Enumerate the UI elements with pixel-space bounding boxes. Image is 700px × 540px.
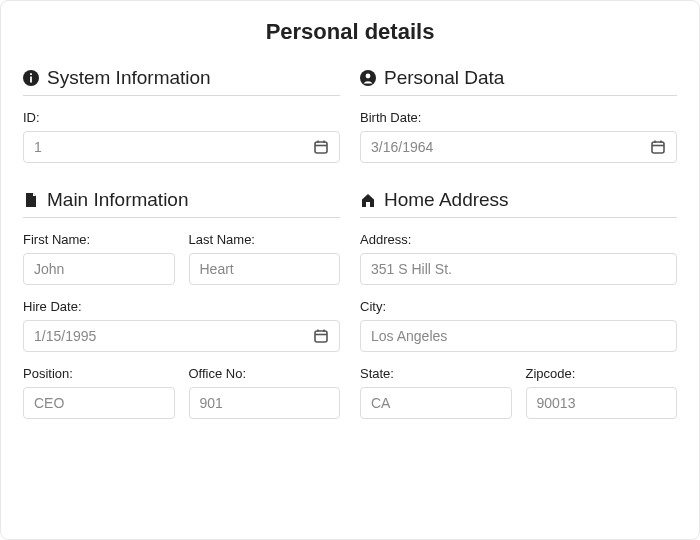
city-value: Los Angeles — [371, 328, 666, 344]
svg-rect-1 — [30, 77, 32, 83]
state-label: State: — [360, 366, 512, 381]
svg-rect-7 — [315, 331, 327, 342]
right-column: Personal Data Birth Date: 3/16/1964 — [360, 67, 677, 445]
left-column: System Information ID: 1 — [23, 67, 340, 445]
last-name-label: Last Name: — [189, 232, 341, 247]
field-state: State: CA — [360, 366, 512, 419]
address-input[interactable]: 351 S Hill St. — [360, 253, 677, 285]
group-personal-data: Personal Data Birth Date: 3/16/1964 — [360, 67, 677, 163]
file-icon — [23, 192, 39, 208]
group-title: Home Address — [384, 189, 509, 211]
zipcode-input[interactable]: 90013 — [526, 387, 678, 419]
group-header-home: Home Address — [360, 189, 677, 218]
group-header-personal: Personal Data — [360, 67, 677, 96]
group-header-system: System Information — [23, 67, 340, 96]
office-no-label: Office No: — [189, 366, 341, 381]
birth-date-input[interactable]: 3/16/1964 — [360, 131, 677, 163]
hire-date-value: 1/15/1995 — [34, 328, 305, 344]
zipcode-label: Zipcode: — [526, 366, 678, 381]
group-system-information: System Information ID: 1 — [23, 67, 340, 163]
user-icon — [360, 70, 376, 86]
last-name-input[interactable]: Heart — [189, 253, 341, 285]
first-name-input[interactable]: John — [23, 253, 175, 285]
field-city: City: Los Angeles — [360, 299, 677, 352]
info-icon — [23, 70, 39, 86]
last-name-value: Heart — [200, 261, 330, 277]
field-hire-date: Hire Date: 1/15/1995 — [23, 299, 340, 352]
field-zipcode: Zipcode: 90013 — [526, 366, 678, 419]
field-first-name: First Name: John — [23, 232, 175, 285]
birth-date-label: Birth Date: — [360, 110, 677, 125]
state-value: CA — [371, 395, 501, 411]
address-value: 351 S Hill St. — [371, 261, 666, 277]
hire-date-label: Hire Date: — [23, 299, 340, 314]
field-last-name: Last Name: Heart — [189, 232, 341, 285]
office-no-input[interactable]: 901 — [189, 387, 341, 419]
first-name-label: First Name: — [23, 232, 175, 247]
group-header-main: Main Information — [23, 189, 340, 218]
field-position: Position: CEO — [23, 366, 175, 419]
address-label: Address: — [360, 232, 677, 247]
group-main-information: Main Information First Name: John Last N… — [23, 189, 340, 419]
calendar-icon[interactable] — [313, 139, 329, 155]
first-name-value: John — [34, 261, 164, 277]
columns: System Information ID: 1 — [23, 67, 677, 445]
svg-rect-13 — [652, 142, 664, 153]
group-title: System Information — [47, 67, 211, 89]
state-input[interactable]: CA — [360, 387, 512, 419]
field-address: Address: 351 S Hill St. — [360, 232, 677, 285]
field-id: ID: 1 — [23, 110, 340, 163]
birth-date-value: 3/16/1964 — [371, 139, 642, 155]
group-home-address: Home Address Address: 351 S Hill St. Cit… — [360, 189, 677, 419]
calendar-icon[interactable] — [650, 139, 666, 155]
svg-point-12 — [366, 74, 371, 79]
zipcode-value: 90013 — [537, 395, 667, 411]
position-value: CEO — [34, 395, 164, 411]
hire-date-input[interactable]: 1/15/1995 — [23, 320, 340, 352]
svg-rect-3 — [315, 142, 327, 153]
city-input[interactable]: Los Angeles — [360, 320, 677, 352]
id-input[interactable]: 1 — [23, 131, 340, 163]
field-birth-date: Birth Date: 3/16/1964 — [360, 110, 677, 163]
group-title: Main Information — [47, 189, 189, 211]
office-no-value: 901 — [200, 395, 330, 411]
personal-details-panel: Personal details System Information ID: … — [0, 0, 700, 540]
page-title: Personal details — [23, 19, 677, 45]
field-office-no: Office No: 901 — [189, 366, 341, 419]
position-label: Position: — [23, 366, 175, 381]
home-icon — [360, 192, 376, 208]
group-title: Personal Data — [384, 67, 504, 89]
svg-rect-2 — [30, 73, 32, 75]
id-value: 1 — [34, 139, 305, 155]
city-label: City: — [360, 299, 677, 314]
position-input[interactable]: CEO — [23, 387, 175, 419]
calendar-icon[interactable] — [313, 328, 329, 344]
id-label: ID: — [23, 110, 340, 125]
